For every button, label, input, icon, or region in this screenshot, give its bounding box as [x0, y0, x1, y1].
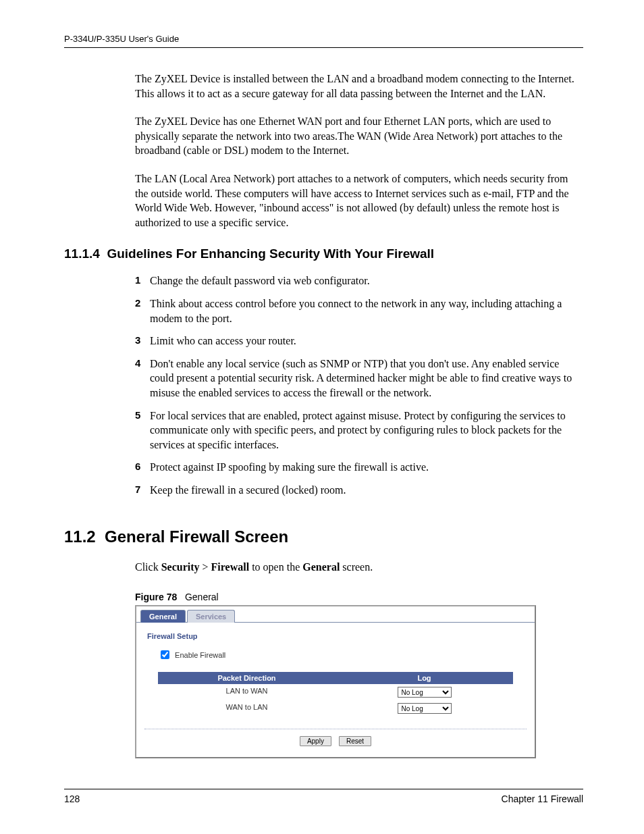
- item-text: For local services that are enabled, pro…: [150, 410, 566, 450]
- enable-firewall-row: Enable Firewall: [158, 648, 527, 661]
- section-heading-11-1-4: 11.1.4 Guidelines For Enhancing Security…: [64, 246, 583, 261]
- cell-log: No Log: [336, 700, 513, 716]
- tab-services[interactable]: Services: [187, 610, 235, 623]
- item-number: 6: [135, 460, 140, 473]
- list-item: 5For local services that are enabled, pr…: [135, 409, 583, 452]
- item-text: Think about access control before you co…: [150, 298, 562, 324]
- figure-title: General: [185, 592, 219, 602]
- reset-button[interactable]: Reset: [339, 736, 371, 746]
- cell-log: No Log: [336, 684, 513, 700]
- tab-general[interactable]: General: [140, 610, 186, 623]
- list-item: 1Change the default password via web con…: [135, 273, 583, 288]
- enable-firewall-checkbox[interactable]: [161, 650, 169, 659]
- section-title: General Firewall Screen: [105, 527, 288, 546]
- enable-firewall-label: Enable Firewall: [175, 651, 225, 659]
- guide-title: P-334U/P-335U User's Guide: [64, 34, 179, 44]
- item-number: 3: [135, 334, 140, 347]
- item-number: 1: [135, 273, 140, 287]
- section-heading-11-2: 11.2 General Firewall Screen: [64, 527, 583, 546]
- guidelines-list: 1Change the default password via web con…: [135, 273, 583, 497]
- list-item: 6Protect against IP spoofing by making s…: [135, 460, 583, 475]
- firewall-panel: Firewall Setup Enable Firewall Packet Di…: [136, 622, 535, 757]
- section-intro: Click Security > Firewall to open the Ge…: [135, 560, 583, 575]
- item-text: Don't enable any local service (such as …: [150, 358, 572, 398]
- page-footer: 128 Chapter 11 Firewall: [64, 789, 583, 804]
- list-item: 2Think about access control before you c…: [135, 296, 583, 325]
- list-item: 7Keep the firewall in a secured (locked)…: [135, 483, 583, 498]
- paragraph: The LAN (Local Area Network) port attach…: [135, 172, 583, 230]
- tab-bar: General Services: [136, 606, 535, 622]
- button-row: Apply Reset: [144, 729, 527, 746]
- packet-log-table: Packet Direction Log LAN to WAN No Log W…: [158, 672, 513, 716]
- item-text: Change the default password via web conf…: [150, 275, 370, 286]
- col-packet-direction: Packet Direction: [158, 672, 336, 684]
- apply-button[interactable]: Apply: [300, 736, 331, 746]
- item-text: Keep the firewall in a secured (locked) …: [150, 484, 346, 496]
- item-number: 5: [135, 409, 140, 422]
- cell-direction: LAN to WAN: [158, 684, 336, 700]
- table-row: LAN to WAN No Log: [158, 684, 513, 700]
- section-number: 11.1.4: [64, 246, 100, 261]
- table-row: WAN to LAN No Log: [158, 700, 513, 716]
- log-select-lan-to-wan[interactable]: No Log: [398, 687, 452, 698]
- figure-caption: Figure 78 General: [135, 592, 583, 602]
- section-title: Guidelines For Enhancing Security With Y…: [107, 246, 434, 261]
- section-number: 11.2: [64, 527, 96, 546]
- item-number: 2: [135, 296, 140, 310]
- item-number: 7: [135, 483, 140, 496]
- paragraph: The ZyXEL Device is installed between th…: [135, 72, 583, 101]
- list-item: 4Don't enable any local service (such as…: [135, 357, 583, 400]
- paragraph: The ZyXEL Device has one Ethernet WAN po…: [135, 114, 583, 158]
- chapter-label: Chapter 11 Firewall: [502, 793, 583, 804]
- item-text: Protect against IP spoofing by making su…: [150, 461, 429, 473]
- page-header: P-334U/P-335U User's Guide: [64, 34, 583, 48]
- log-select-wan-to-lan[interactable]: No Log: [398, 703, 452, 714]
- item-number: 4: [135, 357, 140, 370]
- list-item: 3Limit who can access your router.: [135, 334, 583, 348]
- col-log: Log: [336, 672, 513, 684]
- item-text: Limit who can access your router.: [150, 335, 296, 346]
- page-number: 128: [64, 793, 80, 804]
- table-header: Packet Direction Log: [158, 672, 513, 684]
- firewall-general-screenshot: General Services Firewall Setup Enable F…: [135, 605, 536, 758]
- panel-title: Firewall Setup: [147, 632, 527, 640]
- cell-direction: WAN to LAN: [158, 700, 336, 716]
- figure-label: Figure 78: [135, 592, 177, 602]
